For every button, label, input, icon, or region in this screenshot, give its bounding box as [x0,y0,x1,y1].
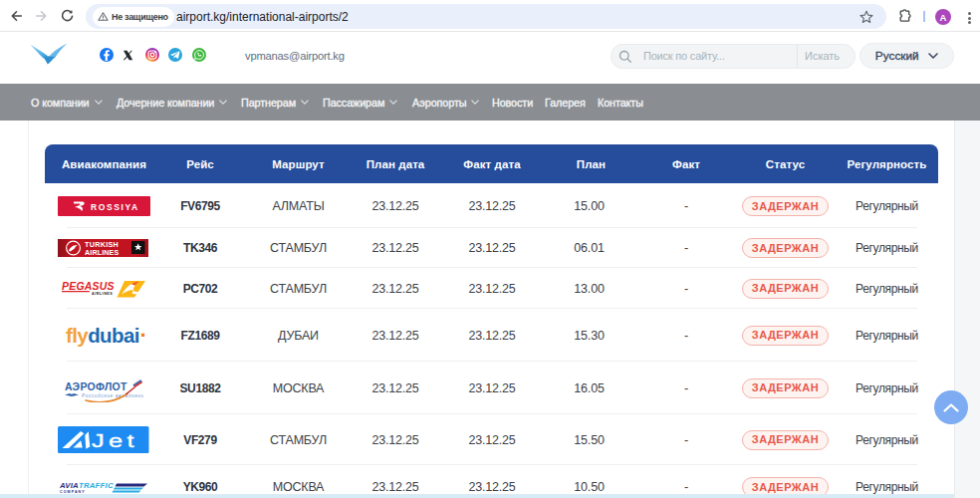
svg-text:COMPANY: COMPANY [60,490,86,494]
svg-text:АЭРОФЛОТ: АЭРОФЛОТ [65,380,127,392]
svg-text:TRAFFIC: TRAFFIC [79,481,114,490]
svg-text:PEGASUS: PEGASUS [62,280,115,292]
svg-text:AVIA: AVIA [60,481,79,490]
svg-text:Российские авиалинии: Российские авиалинии [82,392,143,398]
svg-text:Jet: Jet [92,431,138,451]
svg-text:ROSSIYA: ROSSIYA [91,202,139,212]
svg-text:AIRLINES: AIRLINES [92,291,113,295]
svg-text:AIRLINES: AIRLINES [85,248,119,257]
